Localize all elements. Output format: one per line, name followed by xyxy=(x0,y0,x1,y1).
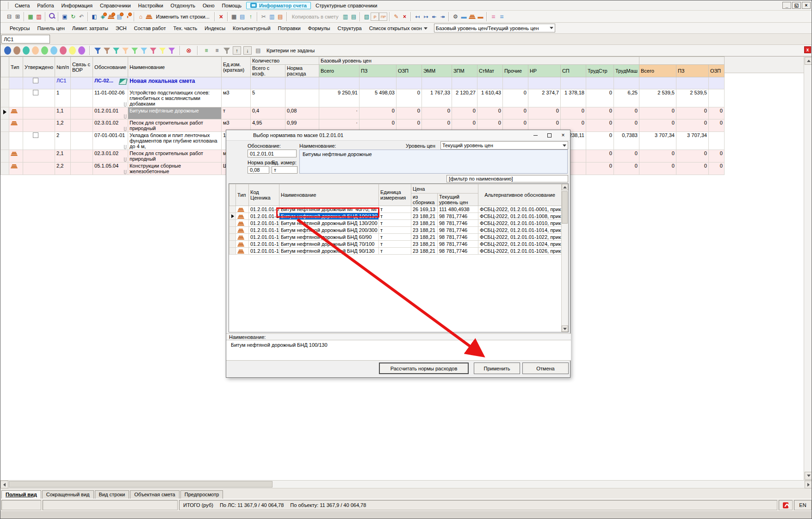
value-cell[interactable] xyxy=(708,132,724,150)
alt-cell[interactable]: ФСБЦ-2022, 01.2.01.01-0001, приказ М xyxy=(478,206,562,213)
norm-row[interactable]: 01.2.01.01-1026 Битум нефтяной дорожный … xyxy=(229,248,562,255)
panel-tech-part[interactable]: Тех. часть xyxy=(169,25,201,32)
value-cell[interactable]: 0 xyxy=(676,163,708,175)
price-current-cell[interactable]: 98 781,7746 xyxy=(438,213,478,220)
row-marker-cell[interactable] xyxy=(1,132,9,150)
tip-cell[interactable] xyxy=(9,132,23,150)
undo-icon[interactable]: ↶ xyxy=(77,13,86,21)
informer-button[interactable]: Информатор счета xyxy=(246,2,311,9)
price-book-cell[interactable]: 23 188,21 xyxy=(411,248,438,255)
value-cell[interactable]: 6,25 xyxy=(614,89,639,107)
basis-cell[interactable]: 02.3.01.02 xyxy=(93,119,128,132)
value-cell[interactable]: 0 xyxy=(359,107,396,119)
filter-funnel-sky-icon[interactable] xyxy=(141,47,148,54)
unit-cell[interactable]: т xyxy=(379,213,411,220)
horizontal-scrollbar[interactable] xyxy=(0,480,812,488)
approved-cell[interactable] xyxy=(23,119,55,132)
num-cell[interactable]: 1,1 xyxy=(55,107,71,119)
unit-cell[interactable] xyxy=(221,77,250,89)
name-cell-selected[interactable]: Битумы нефтяные дорожные xyxy=(128,107,221,119)
value-cell[interactable] xyxy=(676,77,708,89)
indent-left-icon[interactable]: ↤ xyxy=(413,13,421,21)
basis-cell[interactable]: 02.3.01.02 xyxy=(93,150,128,163)
comment-icon[interactable]: ◗ xyxy=(124,13,132,21)
tip-cell[interactable] xyxy=(9,163,23,175)
value-cell[interactable]: 0 xyxy=(502,89,528,107)
panel-formulas[interactable]: Формулы xyxy=(304,25,334,32)
name-cell[interactable]: Укладка блоков и плит ленточных фундамен… xyxy=(128,132,221,150)
panel-structure[interactable]: Структура xyxy=(334,25,365,32)
delete-row-icon[interactable]: × xyxy=(217,13,225,21)
price-current-cell[interactable]: 111 480,4938 xyxy=(438,206,478,213)
save-icon[interactable]: ▣ xyxy=(61,13,69,21)
list-plain-icon[interactable]: ≡ xyxy=(213,46,221,55)
alt-cell[interactable]: ФСБЦ-2022, 01.2.01.01-1010, приказ М xyxy=(478,220,562,227)
code-cell[interactable]: 01.2.01.01-1024 xyxy=(249,241,279,248)
tip-cell[interactable] xyxy=(9,119,23,132)
dialog-titlebar[interactable]: Выбор норматива по маске 01.2.01.01 × xyxy=(226,130,570,141)
value-cell[interactable] xyxy=(586,77,614,89)
scroll-left-icon[interactable] xyxy=(0,481,8,488)
paste-page-icon[interactable]: ▤ xyxy=(349,13,358,21)
marker-dot-rose-icon[interactable] xyxy=(60,46,67,55)
cut-icon[interactable]: ✂ xyxy=(260,13,268,21)
filter-funnel-green-icon[interactable] xyxy=(131,47,138,54)
price-level-combo[interactable]: Базовый уровень цен/Текущий уровень цен xyxy=(434,24,555,32)
row-marker-cell[interactable] xyxy=(1,77,9,89)
price-level-select[interactable]: Текущий уровень цен xyxy=(440,141,568,150)
checkbox[interactable] xyxy=(33,78,38,83)
value-cell[interactable]: 0 xyxy=(586,132,614,150)
filter-funnel-blue-icon[interactable] xyxy=(94,47,101,54)
menu-spravochniki[interactable]: Справочники xyxy=(96,2,135,9)
filter-clear-icon[interactable]: ⊗ xyxy=(185,46,193,55)
value-cell[interactable]: 0 xyxy=(560,107,586,119)
tab-object-estimate[interactable]: Объектная смета xyxy=(130,490,180,499)
close-icon[interactable]: × xyxy=(802,2,811,9)
bricks2-icon[interactable] xyxy=(468,13,476,21)
row-delete-icon[interactable]: × xyxy=(400,13,409,21)
price-book-cell[interactable]: 23 188,21 xyxy=(411,227,438,234)
price-book-cell[interactable]: 23 188,21 xyxy=(411,220,438,227)
export-up-icon[interactable]: ↑ xyxy=(247,13,255,21)
value-cell[interactable]: 0 xyxy=(396,107,421,119)
value-cell[interactable]: 0 xyxy=(614,119,639,132)
value-cell[interactable]: 2 374,7 xyxy=(528,89,560,107)
filter-funnel-rose-icon[interactable] xyxy=(150,47,157,54)
unit-cell[interactable]: т xyxy=(379,241,411,248)
row-marker-cell[interactable] xyxy=(1,163,9,175)
dialog-maximize-icon[interactable] xyxy=(542,131,556,140)
code-cell[interactable]: 01.2.01.01-1026 xyxy=(249,248,279,255)
norm-row[interactable]: 01.2.01.01-1010 Битум нефтяной дорожный … xyxy=(229,220,562,227)
copy-page-icon[interactable]: ▥ xyxy=(341,13,349,21)
value-cell[interactable]: 0 xyxy=(477,107,502,119)
alt-cell[interactable]: ФСБЦ-2022, 01.2.01.01-1022, приказ М xyxy=(478,234,562,241)
scroll-up-icon[interactable] xyxy=(805,57,812,65)
norm-row[interactable]: 01.2.01.01-1014 Битум нефтяной дорожный … xyxy=(229,227,562,234)
name-cell[interactable]: Песок для строительных работ природный xyxy=(128,150,221,163)
filter-funnel-tan-icon[interactable] xyxy=(104,47,111,54)
alt-cell[interactable]: ФСБЦ-2022, 01.2.01.01-1026, приказ М xyxy=(478,248,562,255)
move-down-button[interactable]: ↓ xyxy=(243,46,252,55)
name-cell[interactable]: Песок для строительных работ природный xyxy=(128,119,221,132)
basis-cell[interactable]: 05.1.05.04 xyxy=(93,163,128,175)
menu-okno[interactable]: Окно xyxy=(199,2,218,9)
norm-row[interactable]: 01.2.01.01-0001 Битум нефтяной дорожный … xyxy=(229,206,562,213)
name-cell[interactable]: Конструкции сборные железобетонные xyxy=(128,163,221,175)
approved-cell[interactable] xyxy=(23,163,55,175)
name-cell[interactable]: Битум нефтяной дорожный БНД 200/300 xyxy=(279,227,379,234)
value-cell[interactable]: 0 xyxy=(586,107,614,119)
value-cell[interactable] xyxy=(452,77,477,89)
value-cell[interactable]: 0 xyxy=(676,107,708,119)
link-cell[interactable] xyxy=(71,107,93,119)
value-cell[interactable] xyxy=(319,77,359,89)
move-up-button[interactable]: ↑ xyxy=(233,46,241,55)
marker-dot-yellow-icon[interactable] xyxy=(69,46,76,55)
norm-row[interactable]: 01.2.01.01-1022 Битум нефтяной дорожный … xyxy=(229,234,562,241)
value-cell[interactable]: · xyxy=(319,107,359,119)
funnel-gray-icon[interactable] xyxy=(223,47,230,54)
refresh-icon[interactable]: ↻ xyxy=(69,13,77,21)
name-cell[interactable]: Битум нефтяной дорожный БНД 90/130 xyxy=(279,248,379,255)
value-cell[interactable]: 0 xyxy=(614,163,639,175)
panel-esn[interactable]: ЭСН xyxy=(112,25,130,32)
tip-cell[interactable] xyxy=(9,150,23,163)
